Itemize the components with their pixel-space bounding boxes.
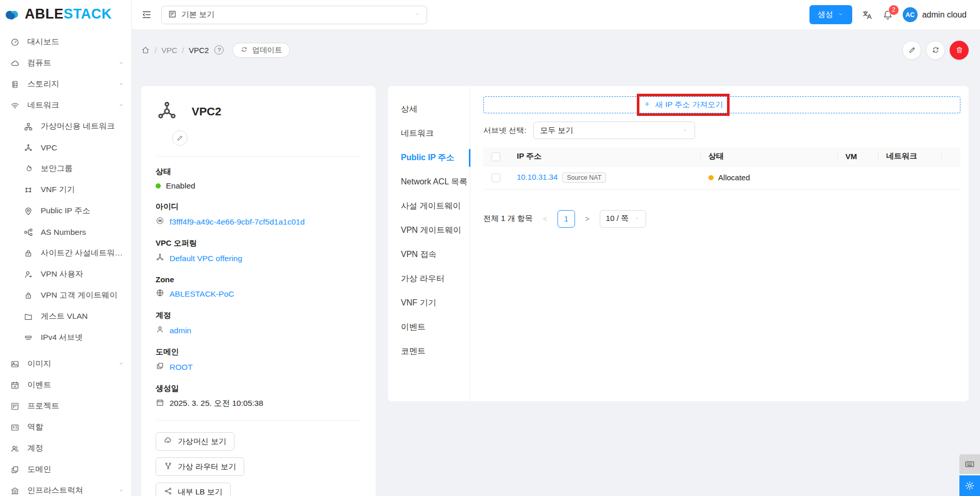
sidebar-item-public-ip[interactable]: Public IP 주소 [0,200,131,221]
vpc-detail-card: VPC2 상태Enabled아이디f3fff4f9-a49c-4e66-9cbf… [141,86,376,496]
acquire-ip-label-wrap: 새 IP 주소 가져오기 [644,100,723,110]
column-header-ip: IP 주소 [509,147,700,166]
sidebar-item-vpc[interactable]: VPC [0,137,131,158]
view-internal-lb-button[interactable]: 내부 LB 보기 [156,483,231,496]
share-icon [164,487,173,495]
sidebar-item-label: 이벤트 [27,380,52,390]
pagination-total: 전체 1 개 항목 [483,214,533,224]
vpc-tabs-card: 상세네트워크Public IP 주소Network ACL 목록사설 게이트웨이… [388,86,969,401]
column-header-vm: VM [837,147,878,166]
select-all-checkbox[interactable] [492,152,500,161]
sidebar-item-network[interactable]: 네트워크 [0,95,131,116]
field-value-text[interactable]: f3fff4f9-a49c-4e66-9cbf-7cf5d1a1c01d [170,217,305,227]
sidebar-item-storage[interactable]: 스토리지 [0,74,131,95]
tab-vpn-connection[interactable]: VPN 접속 [388,243,470,267]
sidebar-menu: 대시보드컴퓨트스토리지네트워크가상머신용 네트워크VPC보안그룹VNF 기기Pu… [0,27,131,496]
sidebar-item-label: 보안그룹 [41,163,73,174]
tab-virtual-router[interactable]: 가상 라우터 [388,267,470,291]
help-icon[interactable]: ? [214,45,224,55]
sidebar-item-guest-vlan[interactable]: 게스트 VLAN [0,306,131,327]
edit-name-button[interactable] [172,130,188,146]
plus-icon [644,100,651,109]
tab-vnf-appliance[interactable]: VNF 기기 [388,291,470,315]
user-menu[interactable]: AC admin cloud [903,7,967,22]
update-button-label: 업데이트 [252,45,282,55]
cloud-icon [10,59,20,68]
field-created: 생성일2025. 3. 25. 오전 10:05:38 [156,384,361,409]
pagination: 전체 1 개 항목 < 1 > 10 / 쪽 [483,210,960,228]
barcode-icon [156,216,164,225]
sidebar-item-security-group[interactable]: 보안그룹 [0,158,131,179]
sidebar-item-roles[interactable]: 역할 [0,417,131,438]
breadcrumb-item-vpc2[interactable]: VPC2 [189,46,209,55]
console-shortcut-button[interactable] [959,454,980,474]
view-vms-button[interactable]: 가상머신 보기 [156,432,234,451]
breadcrumb-separator: / [182,46,184,55]
language-button[interactable] [861,9,873,21]
field-value-text[interactable]: ROOT [170,363,193,372]
topbar: 기본 보기 생성 2 AC admin cloud [132,0,980,30]
delete-button[interactable] [950,41,969,60]
sidebar-item-compute[interactable]: 컴퓨트 [0,53,131,74]
subnet-select[interactable]: 모두 보기 [533,122,695,139]
sidebar-item-site-vpn[interactable]: 사이트간 사설네트워크(VP... [0,243,131,264]
settings-button[interactable] [959,475,980,496]
update-button[interactable]: 업데이트 [232,43,290,58]
sidebar-item-ipv4-subnet[interactable]: IPv4 서브넷 [0,327,131,348]
view-select[interactable]: 기본 보기 [161,6,427,24]
sidebar-item-images[interactable]: 이미지 [0,353,131,374]
sidebar-item-vpn-customer-gateway[interactable]: VPN 고객 게이트웨이 [0,285,131,306]
tab-vpn-gateway[interactable]: VPN 게이트웨이 [388,218,470,243]
tab-private-gateway[interactable]: 사설 게이트웨이 [388,194,470,218]
chevron-up-icon [118,102,124,108]
create-button[interactable]: 생성 [809,5,852,24]
sidebar-item-vnf-appliance[interactable]: VNF 기기 [0,179,131,200]
tab-detail[interactable]: 상세 [388,97,470,122]
refresh-button[interactable] [926,41,945,60]
keyboard-icon [964,458,975,470]
pagination-prev-button[interactable]: < [538,215,552,223]
sidebar-item-label: 컴퓨트 [27,58,52,69]
vpc-quick-actions: 가상머신 보기가상 라우터 보기내부 LB 보기 [156,431,361,496]
sidebar-item-label: 역할 [27,422,43,433]
sidebar-item-domains[interactable]: 도메인 [0,459,131,480]
field-label: 도메인 [156,347,361,357]
sidebar-item-label: VPN 고객 게이트웨이 [41,290,117,301]
field-label: VPC 오퍼링 [156,238,361,248]
tab-comments[interactable]: 코멘트 [388,339,470,364]
view-routers-button[interactable]: 가상 라우터 보기 [156,457,244,476]
sidebar-item-projects[interactable]: 프로젝트 [0,396,131,417]
sidebar-item-vpn-user[interactable]: VPN 사용자 [0,264,131,285]
notifications-button[interactable]: 2 [882,9,893,21]
subnet-filter-row: 서브넷 선택: 모두 보기 [483,122,960,139]
sidebar-collapse-button[interactable] [141,9,152,20]
tab-events[interactable]: 이벤트 [388,315,470,339]
edit-button[interactable] [902,41,921,60]
sidebar-item-dashboard[interactable]: 대시보드 [0,31,131,53]
sidebar-item-label: 계정 [27,443,43,454]
tab-public-ip[interactable]: Public IP 주소 [388,146,470,170]
field-value-text[interactable]: Default VPC offering [170,254,242,263]
acquire-ip-button[interactable]: 새 IP 주소 가져오기 [483,96,960,113]
sidebar-item-guest-network[interactable]: 가상머신용 네트워크 [0,116,131,137]
field-value-text[interactable]: admin [170,326,191,335]
brand-logo[interactable]: ABLESTACK [0,0,131,27]
tab-network-acl[interactable]: Network ACL 목록 [388,170,470,194]
field-value-text: Enabled [166,181,195,191]
home-icon[interactable] [141,46,150,55]
tab-network[interactable]: 네트워크 [388,122,470,146]
sidebar-item-as-numbers[interactable]: AS Numbers [0,221,131,243]
status-dot [708,175,714,180]
breadcrumb: /VPC/VPC2 ? 업데이트 [141,43,290,58]
field-value-text[interactable]: ABLESTACK-PoC [170,289,234,299]
sidebar-item-infrastructure[interactable]: 인프라스트럭쳐 [0,480,131,496]
pagination-page-1[interactable]: 1 [557,210,575,228]
row-checkbox[interactable] [492,174,500,182]
pagination-next-button[interactable]: > [580,215,595,223]
sidebar-item-events[interactable]: 이벤트 [0,374,131,396]
page-size-select[interactable]: 10 / 쪽 [600,210,646,228]
ip-address-link[interactable]: 10.10.31.34 [517,173,557,181]
breadcrumb-item-vpc-list[interactable]: VPC [161,46,177,55]
calendar-icon [156,398,164,407]
sidebar-item-accounts[interactable]: 계정 [0,438,131,459]
